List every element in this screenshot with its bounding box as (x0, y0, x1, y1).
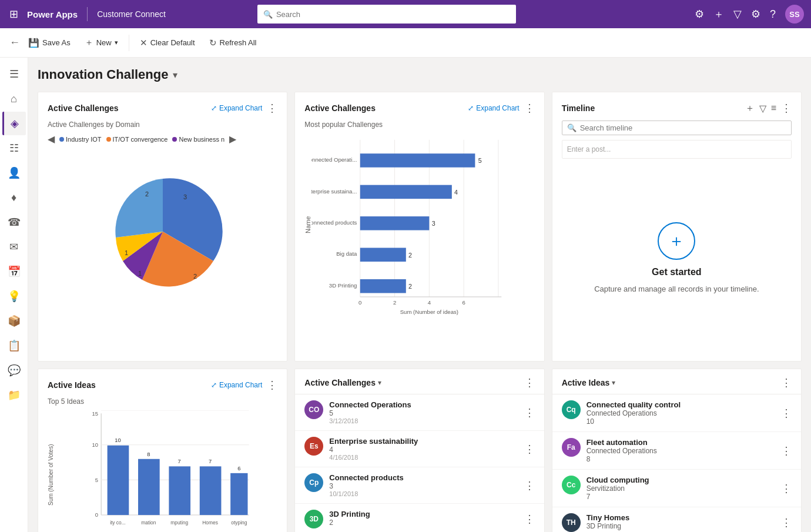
sidebar-item-products[interactable]: 📦 (2, 309, 26, 333)
svg-text:ity co...: ity co... (110, 520, 126, 526)
expand-icon-ideas: ⤢ (211, 381, 217, 389)
more-options-button-1[interactable]: ⋮ (267, 102, 277, 115)
save-as-button[interactable]: 💾 Save As (22, 34, 76, 52)
idea-count-3: 7 (587, 493, 775, 501)
filter-icon[interactable]: ▽ (733, 8, 742, 21)
pie-label-3: 3 (183, 193, 187, 200)
svg-text:0: 0 (95, 511, 98, 518)
more-options-button-2[interactable]: ⋮ (524, 102, 535, 115)
timeline-more-button[interactable]: ⋮ (781, 102, 792, 115)
idea-sub-3: Servitization (587, 484, 775, 493)
ideas-y-label: Sum (Number of Votes) (48, 410, 54, 532)
more-options-button-ideas[interactable]: ⋮ (267, 379, 277, 392)
legend-prev-button[interactable]: ◀ (48, 133, 55, 145)
pie-legend: ◀ Industry IOT IT/OT convergence New bus… (48, 133, 277, 145)
legend-label-3: New business n (179, 136, 224, 143)
svg-text:2: 2 (408, 252, 412, 259)
svg-text:3: 3 (432, 220, 435, 227)
expand-chart-button-2[interactable]: ⤢ Expand Chart (468, 104, 519, 112)
challenge-item-more-2[interactable]: ⋮ (524, 443, 535, 456)
help-icon[interactable]: ? (770, 8, 776, 21)
timeline-search-input[interactable] (580, 123, 786, 132)
refresh-icon: ↻ (209, 38, 217, 48)
sidebar-item-calendar[interactable]: 📅 (2, 260, 26, 283)
ideas-list-scroll[interactable]: Cq Connected quality control Connected O… (552, 394, 801, 532)
challenges-list-scroll[interactable]: CO Connected Operations 5 3/12/2018 ⋮ Es… (295, 394, 544, 532)
sidebar-item-files[interactable]: 📁 (2, 383, 26, 407)
challenges-dropdown-icon[interactable]: ▾ (378, 379, 381, 387)
svg-text:Sum (Number of ideas): Sum (Number of ideas) (400, 309, 458, 315)
svg-text:3D Printing: 3D Printing (329, 282, 357, 289)
page-title: Innovation Challenge (38, 67, 168, 82)
sidebar-item-phone[interactable]: ☎ (2, 210, 26, 234)
svg-text:4: 4 (428, 299, 431, 306)
active-challenges-bar-card: Active Challenges ⤢ Expand Chart ⋮ Most … (294, 92, 544, 362)
idea-item-more-2[interactable]: ⋮ (781, 444, 792, 457)
sidebar-item-email[interactable]: ✉ (2, 235, 26, 259)
svg-text:2: 2 (393, 299, 396, 306)
idea-sub-2: Connected Operations (587, 447, 775, 455)
page-title-chevron-icon[interactable]: ▾ (173, 69, 177, 81)
sidebar-item-cases[interactable]: 📋 (2, 334, 26, 357)
timeline-get-started-button[interactable]: ＋ (658, 222, 695, 260)
sidebar-item-ideas[interactable]: 💡 (2, 285, 26, 308)
legend-label-1: Industry IOT (66, 136, 102, 143)
idea-avatar-1: Cq (562, 400, 581, 419)
global-search-box[interactable]: 🔍 (257, 5, 516, 24)
clear-default-button[interactable]: ✕ Clear Default (134, 34, 201, 52)
idea-item-more-3[interactable]: ⋮ (781, 482, 792, 495)
legend-item-2: IT/OT convergence (106, 136, 168, 143)
bar-chart-area: Connected Operati... 5 Enterprise sustai… (311, 133, 534, 316)
idea-avatar-2: Fa (562, 438, 581, 457)
svg-text:5: 5 (95, 477, 98, 483)
sidebar-item-chat[interactable]: 💬 (2, 359, 26, 382)
svg-text:6: 6 (463, 299, 465, 306)
sidebar-item-home[interactable]: ⌂ (2, 87, 26, 111)
expand-chart-button-1[interactable]: ⤢ Expand Chart (211, 104, 262, 112)
files-icon: 📁 (8, 389, 21, 401)
app-grid-button[interactable]: ⊞ (7, 8, 20, 21)
chat-icon: 💬 (8, 364, 21, 377)
challenge-count-2: 4 (329, 446, 518, 454)
timeline-post-area[interactable]: Enter a post... (562, 140, 792, 159)
new-button[interactable]: ＋ New ▾ (79, 34, 124, 52)
new-dropdown-icon: ▾ (115, 39, 118, 46)
search-input[interactable] (276, 10, 510, 19)
sidebar-item-person[interactable]: 👤 (2, 161, 26, 185)
timeline-sort-button[interactable]: ≡ (771, 103, 776, 113)
sidebar-item-records[interactable]: ☷ (2, 136, 26, 160)
timeline-filter-button[interactable]: ▽ (759, 103, 766, 114)
expand-chart-button-ideas[interactable]: ⤢ Expand Chart (211, 381, 262, 389)
idea-name-3: Cloud computing (587, 476, 775, 484)
ideas-dropdown-icon[interactable]: ▾ (612, 379, 615, 387)
challenge-item-3: Cp Connected products 3 10/1/2018 ⋮ (295, 467, 544, 504)
legend-next-button[interactable]: ▶ (229, 133, 236, 145)
top-cards-grid: Active Challenges ⤢ Expand Chart ⋮ Activ… (38, 92, 802, 362)
challenge-item-more-1[interactable]: ⋮ (524, 406, 535, 419)
settings-icon[interactable]: ⚙ (695, 8, 704, 21)
active-ideas-chart-card: Active Ideas ⤢ Expand Chart ⋮ Top 5 Idea… (38, 369, 287, 532)
challenge-date-1: 3/12/2018 (329, 417, 518, 424)
timeline-search-box[interactable]: 🔍 (562, 121, 792, 135)
challenges-more-button[interactable]: ⋮ (524, 376, 535, 389)
gear-icon[interactable]: ⚙ (751, 8, 760, 21)
add-icon[interactable]: ＋ (713, 7, 724, 21)
refresh-all-button[interactable]: ↻ Refresh All (203, 34, 263, 52)
ideas-more-button[interactable]: ⋮ (781, 376, 792, 389)
bar-2 (360, 185, 452, 199)
idea-item-more-1[interactable]: ⋮ (781, 407, 792, 420)
challenge-count-3: 3 (329, 482, 518, 490)
sidebar-item-dashboard[interactable]: ◈ (2, 112, 26, 135)
left-sidebar: ☰ ⌂ ◈ ☷ 👤 ♦ ☎ ✉ 📅 💡 📦 📋 💬 📁 (0, 58, 28, 532)
back-button[interactable]: ← (9, 36, 20, 49)
timeline-add-button[interactable]: ＋ (745, 102, 755, 115)
challenge-item-more-3[interactable]: ⋮ (524, 479, 535, 492)
sidebar-item-leads[interactable]: ♦ (2, 186, 26, 209)
user-avatar[interactable]: SS (785, 5, 804, 24)
card-header-ideas: Active Ideas ⤢ Expand Chart ⋮ (48, 379, 277, 392)
sidebar-item-menu[interactable]: ☰ (2, 62, 26, 86)
idea-item-more-4[interactable]: ⋮ (781, 516, 792, 529)
phone-icon: ☎ (8, 216, 21, 229)
challenge-item-more-4[interactable]: ⋮ (524, 513, 535, 526)
ideas-bar-chart: Sum (Number of Votes) 0 5 (48, 410, 277, 532)
